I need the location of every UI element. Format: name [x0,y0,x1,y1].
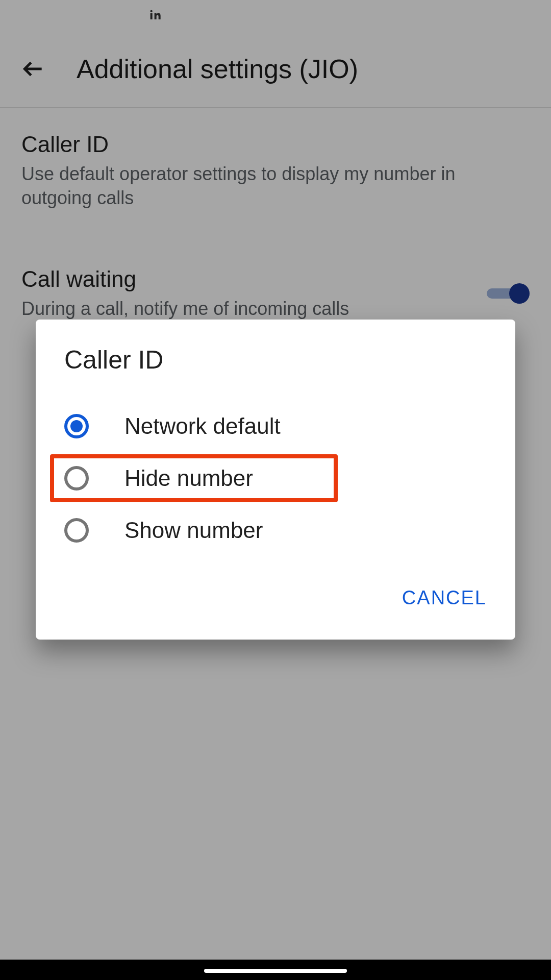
radio-selected-icon [64,414,89,438]
radio-unselected-icon [64,518,89,543]
radio-unselected-icon [64,466,89,491]
caller-id-dialog: Caller ID Network default Hide number Sh… [36,320,515,640]
radio-label: Network default [124,413,281,439]
radio-label: Hide number [124,465,253,491]
radio-list: Network default Hide number Show number [36,395,515,567]
radio-option-hide-number[interactable]: Hide number [36,452,515,504]
radio-label: Show number [124,518,263,543]
dialog-actions: CANCEL [36,567,515,634]
gesture-handle[interactable] [204,969,347,973]
cancel-button[interactable]: CANCEL [402,582,487,614]
radio-option-network-default[interactable]: Network default [36,400,515,452]
radio-option-show-number[interactable]: Show number [36,504,515,556]
dialog-title: Caller ID [36,320,515,395]
